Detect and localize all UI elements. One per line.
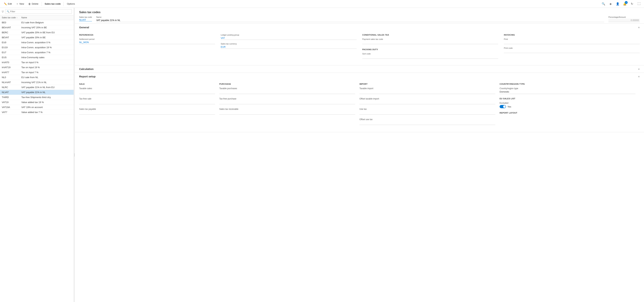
general-section: General ∧ REFERENCES Settlement period N… bbox=[75, 24, 644, 65]
list-row[interactable]: THIRDTax-free Shipments third ctry bbox=[0, 95, 74, 100]
fullscreen-icon[interactable]: ⛶ bbox=[636, 1, 642, 7]
percentage-input[interactable] bbox=[608, 19, 640, 22]
search-input[interactable] bbox=[10, 10, 70, 13]
refresh-icon[interactable]: ↻ bbox=[629, 1, 635, 7]
report-setup-section-header[interactable]: Report setup ∧ bbox=[75, 73, 644, 80]
new-button[interactable]: ＋ New bbox=[14, 2, 26, 6]
toolbar: ✏️ Edit ＋ New 🗑 Delete Sales tax code Op… bbox=[0, 0, 644, 8]
toolbar-right: 🔍 ◈ 👤 🔔 0 ↻ ⛶ bbox=[600, 1, 642, 7]
filter-icon[interactable]: ▽ bbox=[2, 10, 4, 13]
delete-button[interactable]: 🗑 Delete bbox=[26, 2, 40, 6]
sales-tax-payable-field: Sales tax payable bbox=[79, 108, 215, 115]
general-section-header[interactable]: General ∧ bbox=[75, 24, 644, 31]
notification-icon[interactable]: 🔔 0 bbox=[622, 1, 628, 7]
list-row[interactable]: EUSIntra-Community sales bbox=[0, 55, 74, 60]
user-icon[interactable]: 👤 bbox=[615, 1, 620, 7]
currency-label: Sales tax currency bbox=[221, 43, 356, 45]
invoicing-header: INVOICING bbox=[504, 34, 640, 36]
right-header: Sales tax codes Sales tax code NLVAT Nam… bbox=[75, 8, 644, 24]
list-row[interactable]: EU19Intra-Comm. acquisition 19 % bbox=[0, 45, 74, 50]
posting-group-value[interactable]: VAT bbox=[221, 37, 356, 40]
diamond-icon[interactable]: ◈ bbox=[608, 1, 614, 7]
use-tax-value[interactable] bbox=[360, 111, 495, 115]
offset-taxable-import-value[interactable] bbox=[360, 101, 495, 104]
use-tax-field: Use tax bbox=[360, 108, 495, 115]
list-col-header-code[interactable]: Sales tax code ↑ bbox=[2, 16, 21, 19]
report-grid: SALE Taxable sales Tax-free sale Sales t… bbox=[79, 83, 640, 129]
list-row[interactable]: BEVATVAT payable 20% in BE bbox=[0, 35, 74, 40]
currency-field: Sales tax currency EUR bbox=[221, 43, 356, 49]
excluded-toggle[interactable] bbox=[500, 105, 506, 108]
ledger-col: Ledger posting group VAT Sales tax curre… bbox=[221, 34, 356, 62]
list-row-name: Intra-Comm. acquisition 0 % bbox=[21, 41, 72, 44]
list-row[interactable]: InVAT19Tax on input 19 % bbox=[0, 65, 74, 70]
taxable-purchases-value[interactable] bbox=[219, 90, 355, 94]
list-row[interactable]: EU0Intra-Comm. acquisition 0 % bbox=[0, 40, 74, 45]
calculation-section: Calculation ∨ bbox=[75, 65, 644, 73]
taxable-purchases-label: Taxable purchases bbox=[219, 87, 355, 90]
offset-use-tax-value[interactable] bbox=[360, 121, 495, 125]
search-icon: 🔍 bbox=[7, 10, 10, 13]
edit-button[interactable]: ✏️ Edit bbox=[2, 2, 14, 6]
country-type-field: Country/region type Domestic bbox=[500, 87, 636, 94]
list-row[interactable]: VAT19AVAT 19% on account bbox=[0, 105, 74, 110]
general-section-body: REFERENCES Settlement period NL_MON Ledg… bbox=[75, 31, 644, 65]
sort-arrow-icon: ↑ bbox=[16, 17, 18, 19]
country-type-value[interactable]: Domestic bbox=[500, 90, 636, 94]
tax-free-purchase-value[interactable] bbox=[219, 101, 355, 104]
taxable-sales-value[interactable] bbox=[79, 90, 215, 94]
taxable-import-label: Taxable import bbox=[360, 87, 495, 90]
list-row[interactable]: NLInVATIncoming VAT 21% in NL bbox=[0, 80, 74, 85]
settlement-period-value[interactable]: NL_MON bbox=[79, 41, 215, 44]
options-button[interactable]: Options bbox=[65, 2, 77, 6]
sales-tax-receivable-value[interactable] bbox=[219, 111, 355, 115]
list-row[interactable]: NLVATVAT payable 21% in NL bbox=[0, 90, 74, 95]
tax-free-sale-value[interactable] bbox=[79, 101, 215, 104]
sales-tax-payable-value[interactable] bbox=[79, 111, 215, 115]
list-body: BE0EU sale from BelgiumBEInVATIncoming V… bbox=[0, 20, 74, 302]
list-row[interactable]: BEInVATIncoming VAT 20% in BE bbox=[0, 25, 74, 30]
toggle-knob bbox=[503, 105, 506, 108]
list-row[interactable]: EU7Intra-Comm. acquisition 7 % bbox=[0, 50, 74, 55]
list-row[interactable]: VAT19Value added tax 19 % bbox=[0, 100, 74, 105]
report-setup-section: Report setup ∧ SALE Taxable sales Tax-fr… bbox=[75, 73, 644, 132]
taxable-sales-label: Taxable sales bbox=[79, 87, 215, 90]
list-row-name: Intra-Comm. acquisition 7 % bbox=[21, 51, 72, 54]
list-row-name: Intra-Community sales bbox=[21, 56, 72, 59]
list-row-name: Tax on input 7 % bbox=[21, 71, 72, 74]
sales-tax-receivable-label: Sales tax receivable bbox=[219, 108, 355, 110]
calculation-section-header[interactable]: Calculation ∨ bbox=[75, 65, 644, 73]
import-col: IMPORT Taxable import Offset taxable imp… bbox=[360, 83, 500, 129]
list-row-name: EU sale from Belgium bbox=[21, 21, 72, 24]
report-setup-chevron-icon: ∧ bbox=[638, 75, 640, 78]
list-row[interactable]: NLRCVAT payable 21% in NL from EU bbox=[0, 85, 74, 90]
print-code-value[interactable]: _ bbox=[504, 50, 640, 53]
taxable-import-value[interactable] bbox=[360, 90, 495, 94]
offset-use-tax-label: Offset use tax bbox=[360, 118, 495, 121]
list-row[interactable]: BE0EU sale from Belgium bbox=[0, 20, 74, 25]
main-layout: ▽ 🔍 Sales tax code ↑ Name BE0EU sale fro… bbox=[0, 8, 644, 302]
payment-sales-tax-value[interactable]: _ bbox=[362, 41, 498, 44]
list-toolbar: ▽ 🔍 bbox=[0, 8, 74, 15]
list-row[interactable]: InVAT7Tax on input 7 % bbox=[0, 70, 74, 75]
list-row[interactable]: VAT7Value added tax 7 % bbox=[0, 110, 74, 115]
list-row-code: VAT19 bbox=[2, 101, 21, 104]
list-row-code: NLRC bbox=[2, 86, 21, 89]
sale-col: SALE Taxable sales Tax-free sale Sales t… bbox=[79, 83, 219, 129]
taxable-import-field: Taxable import bbox=[360, 87, 495, 94]
print-label: Print bbox=[504, 38, 640, 40]
sort-code-value[interactable]: _ bbox=[362, 56, 498, 59]
list-row-code: EU7 bbox=[2, 51, 21, 54]
search-toolbar-icon[interactable]: 🔍 bbox=[600, 1, 606, 7]
list-row[interactable]: InVAT0Tax on input 0 % bbox=[0, 60, 74, 65]
general-chevron-icon: ∧ bbox=[638, 26, 640, 29]
offset-use-tax-field: Offset use tax bbox=[360, 118, 495, 125]
print-value[interactable]: _ bbox=[504, 41, 640, 44]
list-row[interactable]: BERCVAT payable 20% in BE from EU bbox=[0, 30, 74, 35]
tax-free-sale-label: Tax-free sale bbox=[79, 98, 215, 100]
currency-value[interactable]: EUR bbox=[221, 46, 356, 49]
list-row[interactable]: NL0EU sale from NL bbox=[0, 75, 74, 80]
name-input[interactable] bbox=[96, 19, 604, 22]
sales-tax-code-value[interactable]: NLVAT bbox=[79, 19, 92, 21]
tax-free-purchase-label: Tax-free purchase bbox=[219, 98, 355, 100]
